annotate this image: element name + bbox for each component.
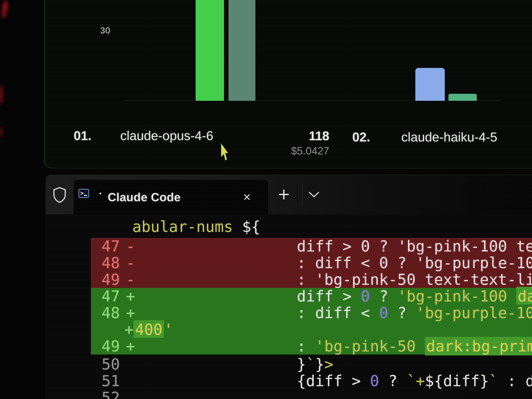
code-line-50: 50}`}> (91, 356, 532, 373)
code-token: 0 (370, 372, 379, 390)
code-text: : 'bg-pink-50 dark:bg-prima (297, 338, 532, 355)
diff-marker: + (126, 305, 135, 321)
code-text: {diff > 0 ? `+${diff}` : di (297, 373, 532, 389)
diff-marker: - (126, 255, 135, 271)
code-token: 0 (379, 304, 388, 322)
bar-opus-secondary[interactable] (228, 0, 255, 101)
code-token: {diff > (297, 372, 370, 390)
tab-unsaved-dot: • (99, 190, 101, 197)
code-token: : 'bg-pink-50 text-text-lig (297, 271, 532, 288)
powershell-icon: > (78, 189, 89, 198)
legend-model-label: claude-haiku-4-5 (401, 130, 497, 144)
legend-value-opus: 118 (270, 129, 329, 143)
code-line-47: 47+diff > 0 ? 'bg-pink-100 dark (91, 288, 532, 305)
code-line-wrap: +400' (91, 321, 532, 338)
terminal-window: > • Claude Code ✕ + abular-nums ${47-dif… (45, 175, 532, 399)
new-tab-button[interactable]: + (277, 175, 290, 215)
line-number: 49 (101, 338, 120, 355)
code-line-48: 48+: diff < 0 ? 'bg-purple-100 (91, 305, 532, 321)
legend-item-opus[interactable]: 01. (74, 128, 92, 143)
code-token: dark:bg-prima (425, 337, 532, 356)
bar-opus-primary[interactable] (196, 0, 224, 101)
titlebar-divider (302, 184, 303, 207)
code-token: 400 (133, 320, 164, 339)
code-line-intro: abular-nums ${ (91, 218, 532, 235)
code-token: ` (489, 372, 498, 390)
code-token: ` (306, 355, 315, 373)
code-line-49: 49+: 'bg-pink-50 dark:bg-prima (91, 338, 532, 355)
line-number: 51 (101, 373, 120, 389)
diff-marker: + (126, 288, 135, 305)
legend-model-label: claude-opus-4-6 (120, 129, 213, 143)
shield-icon (52, 187, 67, 203)
legend-cost-opus: $5.0427 (270, 145, 329, 157)
code-text: abular-nums ${ (132, 218, 260, 235)
legend-rank: 02. (352, 130, 370, 144)
code-text: : diff < 0 ? 'bg-purple-100 (297, 305, 532, 321)
line-number: 48 (101, 305, 120, 321)
line-number: 47 (101, 238, 120, 255)
code-line-52: 52 (91, 389, 532, 399)
line-number: 49 (101, 271, 120, 288)
code-token: 'bg-purple-100 (416, 304, 532, 322)
code-text: : 'bg-pink-50 text-text-lig (297, 271, 532, 288)
code-line-49: 49-: 'bg-pink-50 text-text-lig (91, 271, 532, 288)
code-line-48: 48-: diff < 0 ? 'bg-purple-100 (91, 255, 532, 271)
bar-haiku-secondary[interactable] (449, 94, 477, 101)
code-token: ' (164, 321, 173, 338)
code-token: > (324, 355, 333, 373)
terminal-code-area: abular-nums ${47-diff > 0 ? 'bg-pink-100… (91, 218, 532, 399)
y-axis-tick-label: 30 (100, 25, 110, 35)
chart-baseline-gridline (124, 100, 502, 101)
tab-close-icon[interactable]: ✕ (243, 180, 251, 215)
code-token: 0 (361, 287, 370, 305)
code-text: diff > 0 ? 'bg-pink-100 tex (297, 238, 532, 255)
line-number: 48 (101, 255, 120, 271)
tab-claude-code[interactable]: > • Claude Code ✕ (74, 180, 268, 215)
legend-rank: 01. (74, 129, 92, 143)
code-token: ? (388, 304, 416, 322)
code-token: + (125, 321, 133, 338)
terminal-titlebar: > • Claude Code ✕ + (45, 175, 532, 214)
code-token: ${diff} (425, 372, 489, 390)
chevron-down-icon[interactable] (309, 191, 319, 198)
diff-marker: - (126, 271, 135, 288)
code-token: : diff < (297, 304, 379, 322)
photo-artifact (1, 1, 8, 18)
code-text: }`}> (297, 356, 333, 373)
legend-item-haiku[interactable]: 02. (352, 130, 370, 144)
line-number: 47 (101, 288, 120, 305)
code-text: : diff < 0 ? 'bg-purple-100 (297, 255, 532, 271)
line-number: 52 (101, 389, 120, 399)
code-token: : di (498, 372, 532, 390)
code-token: ${ (233, 218, 260, 235)
photo-artifact (0, 85, 3, 104)
code-text: diff > 0 ? 'bg-pink-100 dark (297, 288, 532, 305)
code-token (416, 337, 425, 355)
code-token: + (416, 372, 425, 390)
code-text: +400' (125, 321, 173, 338)
code-token: : diff < 0 ? 'bg-purple-100 (297, 254, 532, 272)
line-number: 50 (101, 356, 120, 373)
legend-model-opus[interactable]: claude-opus-4-6 (120, 128, 213, 143)
code-token: ? (370, 287, 397, 305)
code-token: : (297, 337, 315, 355)
code-line-47: 47-diff > 0 ? 'bg-pink-100 tex (91, 238, 532, 255)
code-token (507, 287, 516, 305)
code-token: } (315, 355, 324, 373)
code-token: 'bg-pink-100 (397, 287, 507, 305)
tab-title: Claude Code (108, 180, 181, 215)
legend-model-haiku[interactable]: claude-haiku-4-5 (401, 130, 497, 144)
diff-marker: - (126, 238, 135, 255)
code-token: dark (516, 287, 532, 306)
code-token: abular-nums (132, 218, 233, 235)
code-token: ` (407, 372, 416, 390)
code-token: 'bg-pink-50 (315, 337, 416, 355)
code-token: ? (379, 372, 406, 390)
diff-marker: + (126, 338, 135, 355)
photo-artifact (0, 127, 3, 136)
bar-haiku-primary[interactable] (415, 68, 445, 101)
code-token: } (297, 355, 306, 373)
code-token: diff > 0 ? 'bg-pink-100 tex (297, 237, 532, 255)
code-token: diff > (297, 287, 361, 305)
